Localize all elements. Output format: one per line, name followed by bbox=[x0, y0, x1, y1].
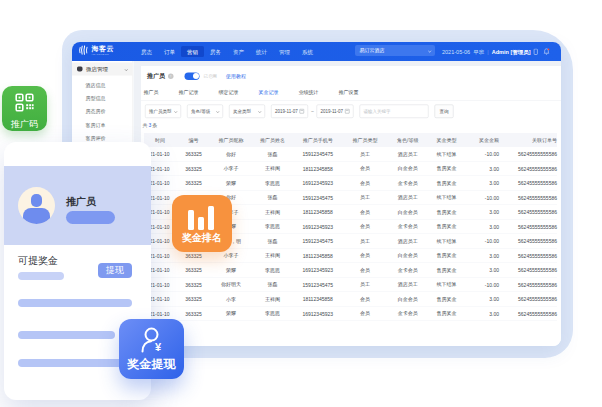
svg-text:¥: ¥ bbox=[155, 341, 162, 353]
